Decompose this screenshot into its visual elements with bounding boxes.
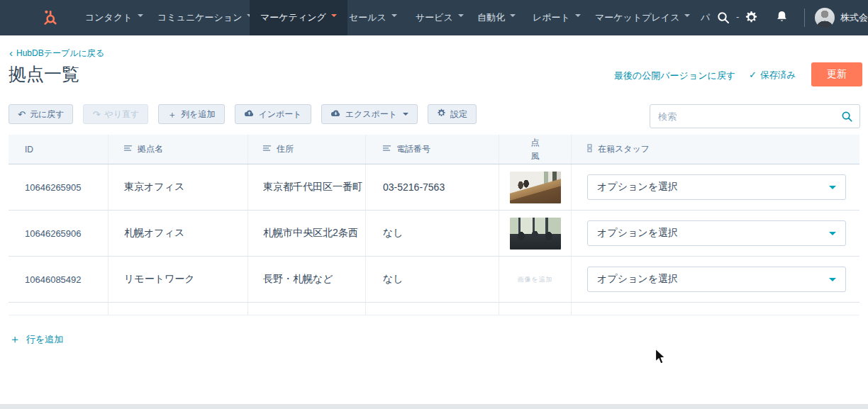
nav-item-sales[interactable]: セールス [349, 0, 397, 35]
nav-item-service[interactable]: サービス [416, 0, 464, 35]
nav-item-label: マーケティング [260, 12, 326, 23]
nav-divider [804, 9, 805, 27]
mouse-cursor [655, 348, 667, 368]
gear-icon[interactable] [745, 11, 758, 27]
select-value: オプションを選択 [597, 181, 678, 194]
table-row: 10646265905 東京オフィス 東京都千代田区一番町 03-5216-75… [9, 164, 859, 211]
add-column-button[interactable]: ＋列を追加 [158, 104, 224, 124]
cell-id: 10646085492 [25, 274, 82, 285]
nav-item-label: コミュニケーション [157, 12, 242, 23]
chevron-down-icon [575, 14, 581, 20]
chevron-down-icon [684, 14, 690, 20]
column-header-label: 点風 [530, 136, 540, 163]
redo-icon: ↷ [92, 110, 100, 119]
chevron-down-icon [403, 113, 408, 118]
select-column-icon [587, 144, 593, 155]
undo-button[interactable]: ↶元に戻す [9, 104, 73, 124]
add-row-button[interactable]: ＋ 行を追加 [9, 333, 63, 346]
cell-phone[interactable]: なし [383, 273, 404, 286]
office-photo-sapporo[interactable] [510, 218, 561, 250]
chevron-down-icon [829, 278, 836, 285]
add-column-label: 列を追加 [181, 108, 215, 121]
top-navigation-bar: コンタクト コミュニケーション マーケティング セールス サービス 自動化 レポ… [0, 0, 868, 35]
office-photo-tokyo[interactable] [510, 172, 561, 203]
avatar[interactable] [815, 8, 835, 28]
saved-status: ✓保存済み [749, 69, 796, 82]
cloud-download-icon [330, 109, 341, 119]
search-icon[interactable] [841, 111, 853, 123]
column-header-id[interactable]: ID [9, 135, 108, 164]
chevron-down-icon [829, 232, 836, 239]
hubdb-table: ID 拠点名 住所 電話番号 点風 在籍スタッフ 10646265905 東京オ… [9, 135, 859, 315]
redo-label: やり直す [104, 108, 139, 121]
text-column-icon [124, 145, 133, 155]
nav-item-marketing[interactable]: マーケティング [250, 0, 347, 35]
column-header-label: 電話番号 [396, 143, 430, 155]
chevron-down-icon [510, 14, 516, 20]
export-label: エクスポート [345, 108, 397, 121]
nav-item-communication[interactable]: コミュニケーション [157, 0, 252, 35]
cell-address[interactable]: 札幌市中央区北2条西 [263, 227, 358, 240]
chevron-down-icon [458, 14, 464, 20]
staff-select-dropdown[interactable]: オプションを選択 [587, 267, 846, 292]
text-column-icon [383, 145, 391, 155]
nav-item-label: コンタクト [85, 12, 133, 23]
column-header-name[interactable]: 拠点名 [108, 135, 248, 164]
breadcrumb-label: HubDBテーブルに戻る [16, 48, 104, 58]
nav-item-automation[interactable]: 自動化 [477, 0, 516, 35]
update-button[interactable]: 更新 [811, 62, 862, 86]
nav-item-reports[interactable]: レポート [533, 0, 581, 35]
cell-address[interactable]: 東京都千代田区一番町 [263, 181, 362, 194]
saved-status-label: 保存済み [760, 70, 796, 80]
cell-name[interactable]: リモートワーク [124, 273, 195, 286]
import-button[interactable]: インポート [235, 104, 311, 124]
chevron-down-icon [138, 14, 143, 20]
nav-item-label: レポート [533, 12, 570, 23]
column-header-staff[interactable]: 在籍スタッフ [572, 135, 859, 164]
bell-icon[interactable] [775, 10, 789, 26]
cell-phone[interactable]: なし [383, 227, 404, 240]
staff-select-dropdown[interactable]: オプションを選択 [587, 174, 846, 200]
cell-name[interactable]: 東京オフィス [124, 181, 184, 194]
chevron-down-icon [331, 14, 337, 20]
column-header-address[interactable]: 住所 [248, 135, 366, 164]
cloud-upload-icon [244, 109, 255, 119]
undo-icon: ↶ [18, 110, 26, 119]
column-header-image[interactable]: 点風 [499, 135, 572, 164]
add-row-label: 行を追加 [26, 333, 63, 346]
staff-select-dropdown[interactable]: オプションを選択 [587, 220, 846, 246]
table-toolbar: ↶元に戻す ↷やり直す ＋列を追加 インポート エクスポート 設定 [9, 104, 477, 124]
cell-address[interactable]: 長野・札幌など [263, 273, 333, 286]
page-title: 拠点一覧 [9, 62, 79, 86]
cell-id: 10646265906 [25, 228, 82, 239]
breadcrumb[interactable]: ‹HubDBテーブルに戻る [9, 47, 104, 60]
table-empty-row [9, 303, 859, 315]
chevron-left-icon: ‹ [9, 47, 13, 59]
select-value: オプションを選択 [597, 273, 678, 286]
cell-phone[interactable]: 03-5216-7563 [383, 181, 445, 193]
settings-button[interactable]: 設定 [428, 104, 477, 124]
nav-dash-text: - [736, 0, 739, 35]
column-header-label: 住所 [277, 143, 294, 155]
bottom-edge-strip [0, 404, 868, 409]
export-button[interactable]: エクスポート [321, 104, 418, 124]
nav-item-contacts[interactable]: コンタクト [85, 0, 143, 35]
table-row: 10646265906 札幌オフィス 札幌市中央区北2条西 なし オプションを選… [9, 211, 859, 257]
redo-button[interactable]: ↷やり直す [83, 104, 148, 124]
nav-item-marketplace[interactable]: マーケットプレイス [595, 0, 690, 35]
hubspot-logo-icon[interactable] [40, 8, 60, 28]
revert-to-published-link[interactable]: 最後の公開バージョンに戻す [614, 69, 735, 82]
table-search [650, 104, 860, 128]
column-header-phone[interactable]: 電話番号 [366, 135, 499, 164]
text-column-icon [263, 145, 272, 155]
undo-label: 元に戻す [30, 108, 65, 121]
search-input[interactable] [650, 105, 859, 128]
nav-item-truncated[interactable]: パ [701, 0, 710, 35]
cell-name[interactable]: 札幌オフィス [124, 227, 184, 240]
image-placeholder[interactable]: 画像を追加 [517, 275, 552, 284]
cell-id: 10646265905 [25, 182, 82, 193]
search-icon[interactable] [716, 11, 730, 28]
account-menu[interactable]: 株式会 [840, 0, 868, 35]
check-icon: ✓ [749, 69, 757, 80]
select-value: オプションを選択 [597, 227, 678, 240]
